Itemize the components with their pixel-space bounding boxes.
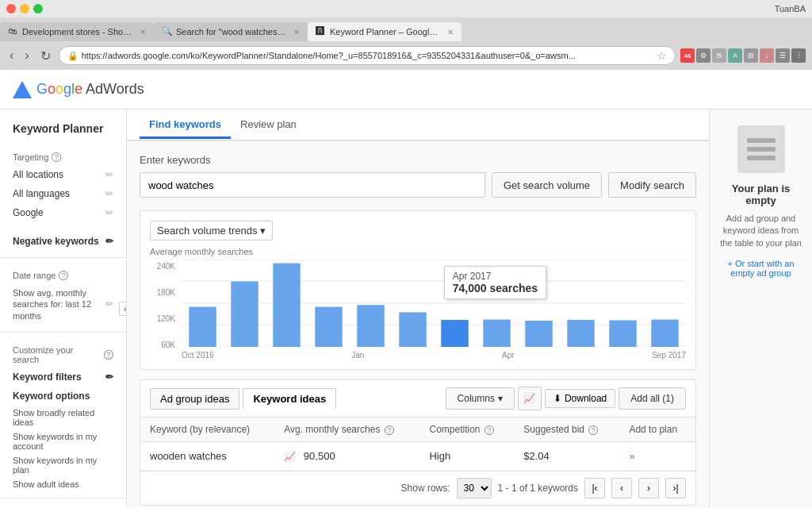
th-add-to-plan: Add to plan — [619, 418, 695, 442]
monthly-searches-help[interactable]: ? — [385, 425, 394, 435]
targeting-help-icon[interactable]: ? — [52, 152, 61, 162]
svg-marker-0 — [13, 81, 32, 98]
negative-keywords-label: Negative keywords ✏ — [0, 232, 126, 251]
date-range-help-icon[interactable]: ? — [59, 271, 68, 280]
td-competition: High — [419, 442, 514, 471]
svg-rect-11 — [399, 312, 426, 347]
sidebar-item-locations[interactable]: All locations ✏ — [0, 165, 126, 184]
menu-icon[interactable]: ⋮ — [791, 48, 806, 63]
edit-network-icon[interactable]: ✏ — [105, 207, 113, 218]
next-page-button[interactable]: › — [638, 478, 659, 498]
minimize-dot[interactable] — [20, 4, 29, 13]
download-button[interactable]: ⬇ Download — [545, 389, 615, 408]
sidebar-item-date-range[interactable]: Show avg. monthly searches for: last 12 … — [0, 283, 126, 325]
customize-label: Customize your search ? — [0, 342, 126, 368]
customize-section: Customize your search ? Keyword filters … — [0, 342, 126, 491]
close-dot[interactable] — [6, 4, 16, 13]
adwords-logo: Google AdWords — [13, 81, 144, 98]
start-empty-plan-link[interactable]: + Or start with an empty ad group — [718, 259, 804, 278]
rows-per-page-select[interactable]: 30 — [457, 478, 492, 498]
tab-search[interactable]: 🔍 Search for "wood watches" fo... ✕ — [154, 22, 308, 41]
edit-languages-icon[interactable]: ✏ — [105, 188, 113, 199]
sidebar-sub-my-account[interactable]: Show keywords in my account — [0, 429, 126, 453]
app-container: Google AdWords Keyword Planner Targeting… — [0, 70, 812, 508]
x-label-sep2017: Sep 2017 — [652, 351, 686, 360]
enter-keywords-label: Enter keywords — [140, 154, 696, 166]
competition-help[interactable]: ? — [485, 425, 494, 435]
ext-icon-4: ⊞ — [744, 48, 758, 63]
plan-icon-lines — [747, 138, 776, 160]
first-page-button[interactable]: |‹ — [584, 478, 605, 498]
adwords-logo-icon — [13, 81, 32, 98]
plan-icon — [737, 125, 785, 173]
edit-keyword-filters-icon[interactable]: ✏ — [105, 371, 113, 383]
refresh-button[interactable]: ↻ — [37, 47, 54, 65]
tab-adwords[interactable]: 🅰 Keyword Planner – Google Ad... ✕ — [308, 22, 462, 41]
date-range-section: Date range ? Show avg. monthly searches … — [0, 267, 126, 325]
td-add-to-plan[interactable]: » — [619, 442, 695, 471]
content-area: Enter keywords Get search volume Modify … — [127, 141, 709, 508]
customize-help-icon[interactable]: ? — [104, 350, 113, 360]
ext-icon-5: ↓ — [760, 48, 774, 63]
th-competition: Competition ? — [419, 418, 514, 442]
chart-title-button[interactable]: Search volume trends ▾ — [150, 221, 273, 241]
last-page-button[interactable]: ›| — [665, 478, 686, 498]
window-controls[interactable] — [6, 4, 43, 13]
edit-locations-icon[interactable]: ✏ — [105, 169, 113, 180]
tab-close-adwords[interactable]: ✕ — [447, 28, 454, 37]
svg-rect-10 — [357, 305, 384, 347]
y-tick-60k: 60K — [161, 341, 175, 349]
sidebar-collapse-button[interactable]: « — [119, 302, 127, 316]
modify-search-button[interactable]: Modify search — [608, 172, 696, 198]
adwords-logo-text: Google AdWords — [36, 81, 144, 98]
tab-review-plan[interactable]: Review plan — [231, 112, 306, 139]
tab-close-search[interactable]: ✕ — [293, 28, 300, 37]
tab-close-shopify[interactable]: ✕ — [140, 28, 146, 37]
maximize-dot[interactable] — [33, 4, 43, 13]
show-rows-label: Show rows: — [401, 483, 450, 494]
suggested-bid-help[interactable]: ? — [588, 425, 598, 435]
get-search-volume-button[interactable]: Get search volume — [492, 172, 602, 198]
results-tab-ad-groups[interactable]: Ad group ideas — [150, 388, 239, 410]
sidebar-sub-adult[interactable]: Show adult ideas — [0, 477, 126, 491]
results-toolbar: Ad group ideas Keyword ideas Columns ▾ 📈… — [140, 380, 695, 418]
y-tick-180k: 180K — [157, 288, 175, 297]
tab-label-search: Search for "wood watches" fo... — [176, 27, 287, 37]
negative-keywords-section: Negative keywords ✏ — [0, 232, 126, 251]
x-label-apr: Apr — [502, 351, 515, 360]
chart-view-button[interactable]: 📈 — [518, 387, 542, 410]
results-tab-keywords[interactable]: Keyword ideas — [243, 388, 336, 410]
table-row: wooden watches 📈 90,500 High $2.04 » — [140, 442, 695, 471]
bookmark-icon[interactable]: ☆ — [657, 49, 667, 62]
plan-icon-line-3 — [747, 156, 776, 160]
prev-page-button[interactable]: ‹ — [611, 478, 632, 498]
svg-rect-16 — [609, 321, 636, 347]
tab-find-keywords[interactable]: Find keywords — [140, 112, 231, 139]
sidebar-sub-broadly-related[interactable]: Show broadly related ideas — [0, 406, 126, 429]
address-bar: ‹ › ↻ 🔒 https://adwords.google.com/ko/Ke… — [0, 41, 812, 70]
keyword-input[interactable] — [140, 172, 485, 198]
plan-empty-title: Your plan is empty — [718, 183, 804, 206]
sidebar-title: Keyword Planner — [0, 117, 126, 140]
y-tick-120k: 120K — [157, 314, 175, 323]
sidebar-sub-my-plan[interactable]: Show keywords in my plan — [0, 453, 126, 477]
add-all-button[interactable]: Add all (1) — [619, 387, 686, 410]
pagination-bar: Show rows: 30 1 - 1 of 1 keywords |‹ ‹ ›… — [140, 471, 695, 505]
edit-negative-icon[interactable]: ✏ — [105, 236, 113, 247]
x-labels-row: Oct 2016 Jan Apr Sep 2017 — [150, 351, 686, 360]
back-button[interactable]: ‹ — [6, 47, 17, 64]
sidebar-item-languages[interactable]: All languages ✏ — [0, 184, 126, 203]
tab-shopify[interactable]: 🛍 Development stores - Shopify ✕ — [0, 22, 154, 41]
url-bar[interactable]: 🔒 https://adwords.google.com/ko/KeywordP… — [59, 46, 676, 65]
tab-favicon-search: 🔍 — [162, 26, 173, 37]
sidebar-item-network[interactable]: Google ✏ — [0, 203, 126, 222]
chart-header: Search volume trends ▾ — [150, 221, 686, 241]
date-range-label: Date range ? — [0, 267, 126, 283]
table-body: wooden watches 📈 90,500 High $2.04 » — [140, 442, 695, 471]
columns-button[interactable]: Columns ▾ — [446, 387, 515, 410]
chart-y-ticks: 240K 180K 120K 60K — [150, 260, 686, 349]
edit-date-range-icon[interactable]: ✏ — [105, 298, 113, 311]
forward-button[interactable]: › — [21, 47, 32, 64]
th-keyword: Keyword (by relevance) — [140, 418, 274, 442]
svg-rect-13 — [483, 320, 510, 347]
